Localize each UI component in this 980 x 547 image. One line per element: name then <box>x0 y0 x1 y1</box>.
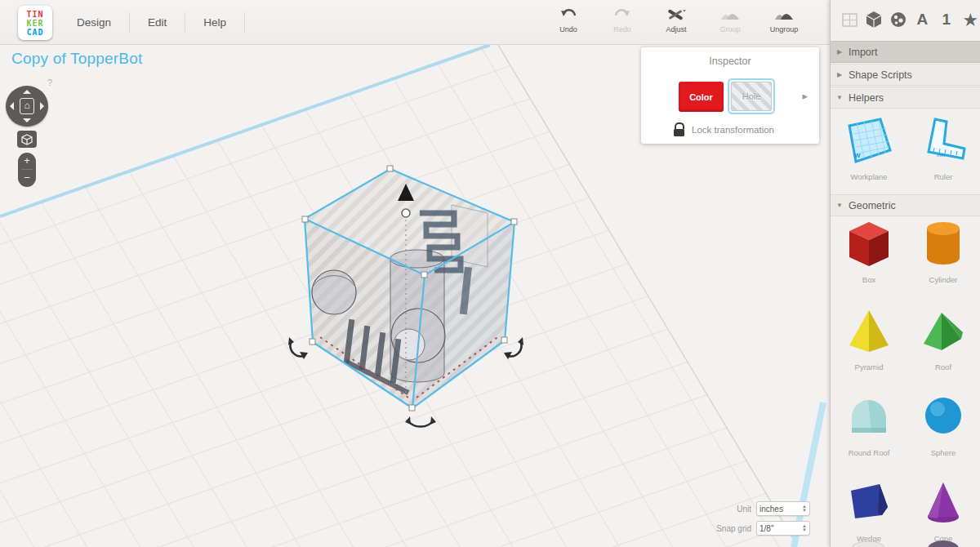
tile-label: Box <box>831 275 906 284</box>
orbit-gizmo[interactable]: ⌂ <box>6 86 48 127</box>
ungroup-icon <box>763 5 805 24</box>
adjust-button[interactable]: Adjust <box>655 5 697 33</box>
orbit-left-icon[interactable] <box>10 102 14 110</box>
shape-sphere-tile[interactable]: Sphere <box>906 392 980 457</box>
cone-shape-icon <box>920 478 967 528</box>
svg-text:W: W <box>854 152 861 159</box>
undo-button[interactable]: Undo <box>547 5 590 33</box>
design-title[interactable]: Copy of TopperBot <box>11 50 142 68</box>
menu-design[interactable]: Design <box>59 16 129 29</box>
zoom-controls[interactable]: + − <box>18 153 36 187</box>
shape-cylinder-tile[interactable]: Cylinder <box>906 219 980 284</box>
stepper-icon: ▲▼ <box>802 505 807 513</box>
lock-label: Lock transformation <box>692 125 774 135</box>
section-helpers[interactable]: ▼ Helpers <box>831 87 980 109</box>
section-shape-scripts[interactable]: ▶ Shape Scripts <box>831 64 980 86</box>
unit-label: Unit <box>737 505 751 514</box>
tile-label: Pyramid <box>831 362 906 371</box>
text-category-icon[interactable]: A <box>913 9 933 30</box>
chevron-down-icon: ▼ <box>831 202 849 209</box>
main-menu: Design Edit Help <box>59 0 245 45</box>
home-view-icon[interactable]: ⌂ <box>20 98 34 114</box>
height-handle[interactable] <box>402 209 410 217</box>
zoom-in-button[interactable]: + <box>18 153 36 169</box>
chevron-right-icon: ▶ <box>831 48 849 56</box>
chevron-down-icon: ▼ <box>831 94 849 101</box>
section-label: Geometric <box>849 200 896 211</box>
svg-text:mm: mm <box>937 153 945 158</box>
tinkercad-app: TIN KER CAD Design Edit Help Undo <box>0 0 980 547</box>
orbit-up-icon[interactable] <box>23 90 31 94</box>
menu-edit[interactable]: Edit <box>130 16 185 29</box>
section-label: Shape Scripts <box>849 69 912 81</box>
toolbar-actions: Undo Redo Adjust <box>547 5 805 33</box>
tile-label: Roof <box>906 362 980 371</box>
logo-row: KER <box>26 19 43 28</box>
shape-roof-tile[interactable]: Roof <box>906 306 980 371</box>
chevron-right-icon: ▶ <box>831 71 849 78</box>
workplane-category-icon[interactable] <box>840 9 860 30</box>
hole-swatch-button[interactable]: Hole <box>728 78 775 114</box>
ungroup-label: Ungroup <box>763 25 805 33</box>
inspector-panel: Inspector Color Hole ▸ Lock transformati… <box>641 47 819 144</box>
roof-shape-icon <box>920 306 967 357</box>
shape-box-tile[interactable]: Box <box>831 219 906 284</box>
tinkercad-logo-icon[interactable]: TIN KER CAD <box>18 6 52 40</box>
redo-label: Redo <box>601 25 644 33</box>
section-import[interactable]: ▶ Import <box>831 41 980 63</box>
solids-category-icon[interactable] <box>865 9 884 30</box>
tile-label: Workplane <box>831 172 906 181</box>
undo-label: Undo <box>547 25 590 33</box>
tile-label: Cylinder <box>906 275 980 284</box>
orbit-down-icon[interactable] <box>23 118 31 122</box>
group-button: Group <box>709 5 751 33</box>
inspector-title: Inspector <box>641 56 819 67</box>
shape-pyramid-tile[interactable]: Pyramid <box>831 306 906 371</box>
section-geometric[interactable]: ▼ Geometric <box>831 194 980 216</box>
lock-transformation-row[interactable]: Lock transformation <box>674 122 774 136</box>
shape-wedge-tile[interactable]: Wedge <box>831 478 906 543</box>
fit-view-button[interactable] <box>17 131 37 148</box>
pyramid-shape-icon <box>845 306 893 357</box>
workplane-helper-icon: W <box>843 114 895 167</box>
helper-ruler-tile[interactable]: mm Ruler <box>906 114 980 181</box>
box-shape-icon <box>845 219 893 269</box>
hole-pattern: Hole <box>731 82 772 111</box>
unit-value: inches <box>760 505 783 514</box>
zoom-out-button[interactable]: − <box>18 170 36 186</box>
undo-icon <box>547 5 590 24</box>
sphere-shape-icon <box>920 392 967 442</box>
community-shapes-category-icon[interactable] <box>889 9 908 30</box>
shape-round-roof-tile[interactable]: Round Roof <box>831 392 906 457</box>
adjust-icon <box>655 5 697 24</box>
stepper-icon: ▲▼ <box>802 524 807 532</box>
help-hint[interactable]: ? <box>47 78 52 87</box>
viewport-canvas[interactable]: Copy of TopperBot ? ⌂ + − Inspector Colo… <box>0 45 830 547</box>
menu-help[interactable]: Help <box>185 16 244 29</box>
numbers-category-icon[interactable]: 1 <box>937 9 956 30</box>
grid-settings: Unit inches ▲▼ Snap grid 1/8" ▲▼ <box>716 496 810 536</box>
lock-icon <box>674 122 685 136</box>
shape-cone-tile[interactable]: Cone <box>906 478 980 543</box>
logo-row: CAD <box>26 28 43 37</box>
chevron-right-icon[interactable]: ▸ <box>802 90 808 102</box>
orbit-right-icon[interactable] <box>40 102 44 110</box>
helper-workplane-tile[interactable]: W Workplane <box>831 114 906 181</box>
ruler-helper-icon: mm <box>917 114 969 167</box>
color-swatch-button[interactable]: Color <box>679 82 724 112</box>
ungroup-button[interactable]: Ungroup <box>763 5 805 33</box>
tile-label: Ruler <box>906 172 980 181</box>
shapes-sidebar: A 1 ★ ▶ Import ▶ Shape Scripts ▼ Helpers <box>830 0 980 547</box>
cylinder-shape-icon <box>920 219 967 269</box>
unit-select[interactable]: inches ▲▼ <box>756 501 810 516</box>
logo-row: TIN <box>26 10 43 19</box>
favorites-category-icon[interactable]: ★ <box>961 9 980 30</box>
partial-shape-row <box>831 537 980 547</box>
redo-button: Redo <box>601 5 644 33</box>
snap-grid-select[interactable]: 1/8" ▲▼ <box>756 521 810 536</box>
tile-label: Round Roof <box>831 448 906 457</box>
tile-label: Sphere <box>906 448 980 457</box>
section-label: Helpers <box>849 92 884 104</box>
round-roof-shape-icon <box>845 392 893 442</box>
group-label: Group <box>709 25 751 33</box>
